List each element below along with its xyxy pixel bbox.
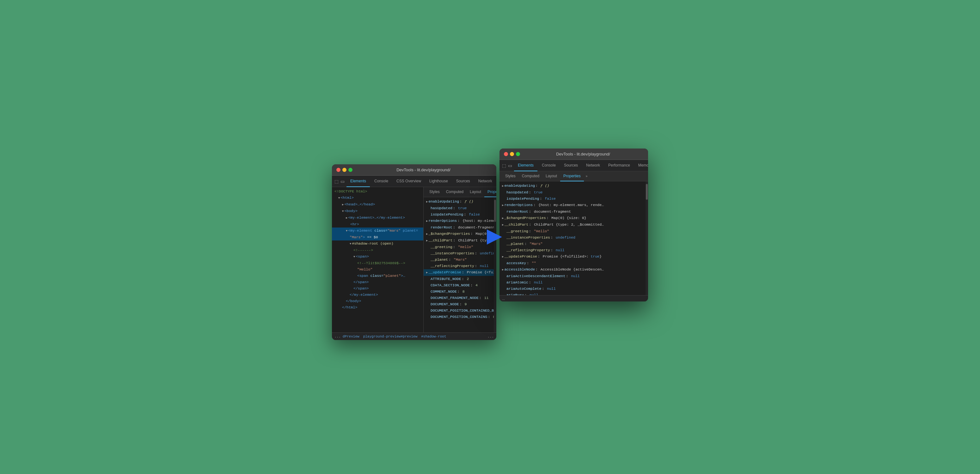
tab-console-front[interactable]: Console (538, 160, 560, 171)
prop-DOCNODE-back[interactable]: DOCUMENT_NODE: 9 (423, 301, 496, 307)
dom-line-span1[interactable]: ▼<span> (332, 253, 423, 260)
prop-ariaAtomic-front[interactable]: ariaAtomic: null (500, 279, 648, 286)
panel-tab-computed-front[interactable]: Computed (519, 171, 542, 181)
prop-reflectingProp-front[interactable]: __reflectingProperty: null (500, 247, 648, 253)
dom-line-close-span1[interactable]: </span> (332, 279, 423, 285)
dom-line-comment1[interactable]: <!------> (332, 247, 423, 253)
prop-ariaActiveDesc-front[interactable]: ariaActiveDescendantElement: null (500, 273, 648, 279)
panel-tab-computed-back[interactable]: Computed (443, 187, 467, 197)
prop-changedProps-back[interactable]: ▶_$changedProperties: Map(0) {size: 0} (423, 231, 496, 237)
tab-lighthouse-back[interactable]: Lighthouse (425, 176, 452, 187)
close-button[interactable] (336, 168, 340, 172)
dom-line-head[interactable]: ▶<head>…</head> (332, 201, 423, 208)
prop-updatePromise-front[interactable]: ▶__updatePromise: Promise {<fulfilled>: … (500, 253, 648, 260)
prop-planet-back[interactable]: __planet: "Mars" (423, 257, 496, 263)
props-content-back[interactable]: ▶enableUpdating: ƒ () hasUpdated: true i… (423, 197, 496, 332)
prop-ATTRIBUTE_NODE-back[interactable]: ATTRIBUTE_NODE: 2 (423, 276, 496, 282)
scrollbar-thumb-front (646, 184, 648, 200)
panel-tab-styles-back[interactable]: Styles (426, 187, 443, 197)
prop-CONTAINS-back[interactable]: DOCUMENT_POSITION_CONTAINS: 8 (423, 314, 496, 320)
prop-renderRoot-front[interactable]: renderRoot: document-fragment (500, 208, 648, 215)
title-bar-front: DevTools - lit.dev/playground/ (500, 148, 648, 160)
breadcrumb-shadow[interactable]: #shadow-root (421, 335, 446, 339)
prop-COMMENT-back[interactable]: COMMENT_NODE: 8 (423, 288, 496, 295)
tab-sources-front[interactable]: Sources (560, 160, 582, 171)
tab-elements-back[interactable]: Elements (347, 176, 370, 187)
prop-childPart-front[interactable]: ▶__childPart: ChildPart {type: 2, _$comm… (500, 221, 648, 228)
prop-instanceProps-front[interactable]: __instanceProperties: undefined (500, 234, 648, 241)
dom-line-shadow-root[interactable]: ▼#shadow-root (open) (332, 240, 423, 247)
device-icon-front[interactable]: ▭ (508, 162, 512, 169)
dom-line-my-element-1[interactable]: ▶<my-element>…</my-element> (332, 215, 423, 221)
breadcrumb-preview[interactable]: playground-preview#preview (363, 335, 418, 339)
panel-tab-layout-back[interactable]: Layout (467, 187, 484, 197)
dom-line-close-span2[interactable]: </span> (332, 285, 423, 292)
dom-line-span-planet[interactable]: <span class="planet">… (332, 273, 423, 279)
prop-renderOptions-front[interactable]: ▶renderOptions: {host: my-element.mars, … (500, 202, 648, 208)
dom-line-doctype[interactable]: <!DOCTYPE html> (332, 188, 423, 195)
prop-instanceProps-back[interactable]: __instanceProperties: undefined (423, 250, 496, 257)
dom-line-my-element-val[interactable]: "Mars"> == $0 (332, 234, 423, 240)
tab-memory-front[interactable]: Memory (635, 160, 648, 171)
scrollbar-back[interactable] (494, 197, 496, 332)
prop-changedProps-front[interactable]: ▶_$changedProperties: Map(0) {size: 0} (500, 215, 648, 221)
dom-line-body[interactable]: ▼<body> (332, 208, 423, 215)
prop-accessibleNode-front[interactable]: ▶accessibleNode: AccessibleNode {activeD… (500, 266, 648, 273)
prop-isUpdatePending-back[interactable]: isUpdatePending: false (423, 212, 496, 218)
scrollbar-front[interactable] (646, 181, 648, 295)
prop-renderRoot-back[interactable]: renderRoot: document-fragment (423, 224, 496, 231)
minimize-button[interactable] (342, 168, 347, 172)
close-button-front[interactable] (504, 152, 508, 156)
prop-updatePromise-back[interactable]: ▶__updatePromise: Promise {<fulfilled>: … (423, 269, 496, 276)
breadcrumb-dpreview[interactable]: dPreview (343, 335, 360, 339)
tab-performance-front[interactable]: Performance (605, 160, 634, 171)
window-title-front: DevTools - lit.dev/playground/ (523, 152, 644, 156)
prop-reflectingProp-back[interactable]: __reflectingProperty: null (423, 263, 496, 269)
panel-tab-more-front[interactable]: » (584, 175, 590, 178)
prop-enableUpdating-back[interactable]: ▶enableUpdating: ƒ () (423, 199, 496, 205)
panel-tab-layout-front[interactable]: Layout (542, 171, 560, 181)
tab-elements-front[interactable]: Elements (514, 160, 538, 171)
dom-line-hello[interactable]: "Hello" (332, 266, 423, 273)
tab-network-front[interactable]: Network (582, 160, 604, 171)
panel-tab-properties-back[interactable]: Properties (484, 187, 496, 197)
prop-renderOptions-back[interactable]: ▶renderOptions: {host: my-element.mars, … (423, 218, 496, 224)
props-content-front[interactable]: ▶enableUpdating: ƒ () hasUpdated: true i… (500, 181, 648, 295)
prop-greeting-front[interactable]: __greeting: "Hello" (500, 228, 648, 234)
prop-ariaBusy-front[interactable]: ariaBusy: null (500, 292, 648, 295)
prop-childPart-back[interactable]: ▶__childPart: ChildPart {type: 2, _$comm… (423, 237, 496, 244)
dom-line-my-element-selected[interactable]: ▼<my-element class="mars" planet= (332, 227, 423, 234)
tab-console-back[interactable]: Console (371, 176, 392, 187)
prop-isUpdatePending-front[interactable]: isUpdatePending: false (500, 196, 648, 202)
prop-CDATA-back[interactable]: CDATA_SECTION_NODE: 4 (423, 282, 496, 288)
panel-tab-properties-front[interactable]: Properties (560, 171, 584, 181)
dom-line-close-my-element[interactable]: </my-element> (332, 292, 423, 298)
panel-tab-styles-front[interactable]: Styles (502, 171, 519, 181)
prop-enableUpdating-front[interactable]: ▶enableUpdating: ƒ () (500, 183, 648, 189)
breadcrumb-more[interactable]: ... (487, 335, 494, 339)
prop-greeting-back[interactable]: __greeting: "Hello" (423, 244, 496, 250)
minimize-button-front[interactable] (510, 152, 514, 156)
tab-network-back[interactable]: Network (474, 176, 496, 187)
maximize-button[interactable] (348, 168, 353, 172)
tab-css-overview-back[interactable]: CSS Overview (393, 176, 425, 187)
prop-hasUpdated-front[interactable]: hasUpdated: true (500, 189, 648, 196)
prop-ariaAutoComplete-front[interactable]: ariaAutoComplete: null (500, 286, 648, 292)
dom-line-close-body[interactable]: </body> (332, 298, 423, 304)
inspect-icon[interactable]: ⬚ (334, 178, 339, 185)
prop-accessKey-front[interactable]: accessKey: "" (500, 260, 648, 266)
maximize-button-front[interactable] (516, 152, 520, 156)
prop-CONTAINED-back[interactable]: DOCUMENT_POSITION_CONTAINED_BY: 16 (423, 307, 496, 314)
dom-content[interactable]: <!DOCTYPE html> ▼<html> ▶<head>…</head> … (332, 187, 423, 332)
device-icon[interactable]: ▭ (340, 178, 345, 185)
dom-line-comment2[interactable]: <!--?lit$927534869$--> (332, 260, 423, 266)
prop-planet-front[interactable]: __planet: "Mars" (500, 241, 648, 247)
dom-line-close-html[interactable]: </html> (332, 304, 423, 311)
dom-line-hr[interactable]: <hr> (332, 221, 423, 227)
prop-hasUpdated-back[interactable]: hasUpdated: true (423, 205, 496, 212)
inspect-icon-front[interactable]: ⬚ (502, 162, 506, 169)
dom-line-html[interactable]: ▼<html> (332, 195, 423, 201)
prop-DOCFRAG-back[interactable]: DOCUMENT_FRAGMENT_NODE: 11 (423, 295, 496, 301)
tab-sources-back[interactable]: Sources (452, 176, 474, 187)
bottom-dots-front: ... (502, 297, 505, 301)
